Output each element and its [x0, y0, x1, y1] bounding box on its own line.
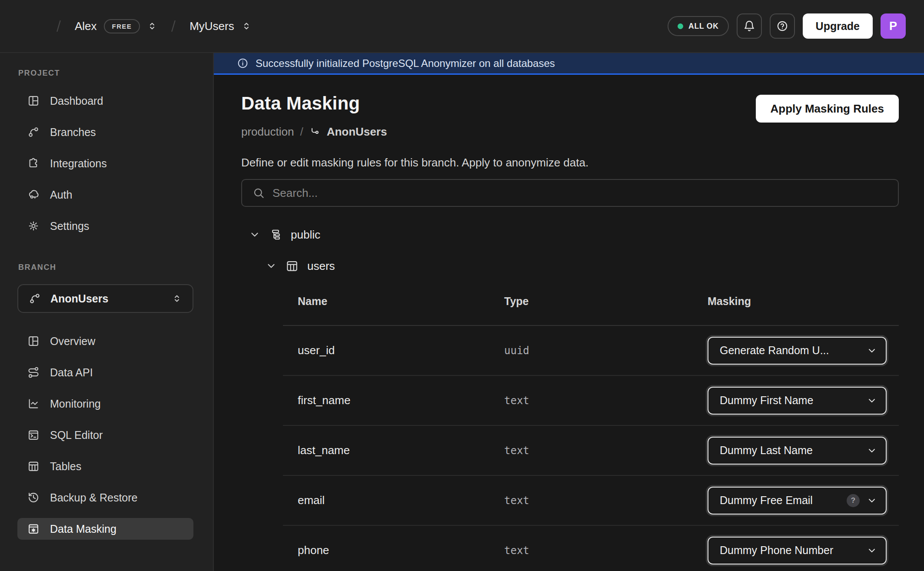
sidebar-item-data-masking[interactable]: Data Masking	[17, 518, 193, 540]
sidebar-item-data-api[interactable]: Data API	[17, 362, 193, 383]
org-switcher[interactable]: Alex FREE	[75, 19, 157, 33]
status-label: ALL OK	[688, 22, 719, 31]
gear-icon	[27, 220, 40, 232]
unfold-chevrons-icon	[172, 293, 182, 304]
sidebar-item-auth[interactable]: Auth	[17, 184, 193, 206]
chevron-down-icon	[249, 229, 260, 240]
branch-icon	[29, 292, 41, 305]
column-name: phone	[298, 544, 504, 557]
top-navigation-bar: Alex FREE MyUsers ALL OK Upgrade P	[0, 0, 924, 53]
upgrade-button[interactable]: Upgrade	[803, 13, 873, 39]
chart-line-icon	[27, 398, 40, 410]
chevron-down-icon	[266, 260, 277, 272]
sidebar-item-monitoring[interactable]: Monitoring	[17, 393, 193, 415]
table-row: user_id uuid Generate Random U...	[283, 326, 899, 376]
plan-badge: FREE	[104, 19, 140, 33]
banner-message: Successfully initialized PostgreSQL Anon…	[256, 57, 555, 70]
table-header-row: Name Type Masking	[283, 277, 899, 326]
system-status-pill[interactable]: ALL OK	[668, 16, 729, 36]
parent-branch-link[interactable]: production	[241, 125, 294, 139]
sidebar: PROJECT Dashboard Branches Integrations …	[0, 53, 214, 571]
table-name: users	[307, 259, 335, 273]
help-button[interactable]	[770, 13, 795, 39]
project-switcher[interactable]: MyUsers	[189, 20, 252, 33]
schema-tree: public users	[241, 223, 899, 277]
dashboard-icon	[27, 95, 40, 107]
topbar-actions: ALL OK Upgrade P	[668, 13, 906, 39]
masking-select[interactable]: Dummy Free Email ?	[708, 487, 887, 515]
table-row: first_name text Dummy First Name	[283, 376, 899, 426]
column-type: uuid	[504, 345, 708, 357]
page-title: Data Masking	[241, 93, 387, 114]
tree-node-schema[interactable]: public	[241, 223, 899, 246]
user-avatar[interactable]: P	[881, 13, 906, 39]
chevron-down-icon	[867, 445, 877, 456]
column-name: email	[298, 494, 504, 507]
info-icon	[237, 57, 249, 69]
schema-icon	[269, 228, 282, 241]
search-icon	[253, 187, 265, 199]
chevron-down-icon	[867, 345, 877, 356]
search-input[interactable]	[273, 186, 887, 200]
schema-name: public	[291, 228, 320, 242]
column-type: text	[504, 544, 708, 557]
current-branch: AnonUsers	[327, 125, 387, 139]
branch-selector[interactable]: AnonUsers	[17, 284, 193, 313]
puzzle-icon	[27, 157, 40, 169]
sidebar-item-sql-editor[interactable]: SQL Editor	[17, 424, 193, 446]
apply-masking-rules-button[interactable]: Apply Masking Rules	[756, 95, 899, 123]
page-description: Define or edit masking rules for this br…	[241, 156, 899, 169]
slash-separator-icon	[166, 13, 181, 39]
sidebar-item-overview[interactable]: Overview	[17, 330, 193, 352]
app-window: Alex FREE MyUsers ALL OK Upgrade P PROJE…	[0, 0, 924, 571]
masking-select[interactable]: Generate Random U...	[708, 337, 887, 365]
chevron-down-icon	[867, 395, 877, 406]
sidebar-item-dashboard[interactable]: Dashboard	[17, 90, 193, 112]
column-name: first_name	[298, 394, 504, 407]
help-circle-icon	[776, 20, 788, 32]
cloud-key-icon	[27, 189, 40, 201]
sidebar-item-backup-restore[interactable]: Backup & Restore	[17, 487, 193, 508]
tree-node-table[interactable]: users	[241, 255, 899, 277]
sidebar-item-settings[interactable]: Settings	[17, 215, 193, 237]
masking-select[interactable]: Dummy First Name	[708, 387, 887, 415]
sidebar-item-integrations[interactable]: Integrations	[17, 153, 193, 174]
sidebar-item-branches[interactable]: Branches	[17, 121, 193, 143]
branch-breadcrumb: production / AnonUsers	[241, 125, 387, 139]
status-dot-icon	[678, 23, 683, 29]
branch-section-label: BRANCH	[18, 263, 193, 272]
route-icon	[27, 366, 40, 378]
table-icon	[27, 460, 40, 472]
terminal-icon	[27, 429, 40, 441]
mask-window-icon	[27, 523, 40, 535]
masking-select[interactable]: Dummy Last Name	[708, 437, 887, 465]
chevron-down-icon	[867, 495, 877, 506]
project-name: MyUsers	[189, 20, 234, 33]
columns-table: Name Type Masking user_id uuid Generate …	[283, 277, 899, 571]
unfold-chevrons-icon	[241, 21, 252, 31]
help-badge[interactable]: ?	[847, 494, 860, 507]
dashboard-icon	[27, 335, 40, 347]
unfold-chevrons-icon	[147, 21, 157, 31]
project-section-label: PROJECT	[18, 69, 193, 78]
chevron-down-icon	[867, 545, 877, 556]
masking-select[interactable]: Dummy Phone Number	[708, 537, 887, 564]
column-type: text	[504, 395, 708, 407]
breadcrumb: Alex FREE MyUsers	[17, 13, 252, 39]
sidebar-item-tables[interactable]: Tables	[17, 455, 193, 477]
notifications-button[interactable]	[737, 13, 762, 39]
column-header-masking: Masking	[708, 295, 899, 308]
history-icon	[27, 491, 40, 504]
slash-separator-icon	[51, 13, 66, 39]
column-header-type: Type	[504, 295, 708, 308]
table-icon	[286, 259, 299, 272]
branch-icon	[27, 126, 40, 138]
success-banner: Successfully initialized PostgreSQL Anon…	[214, 53, 924, 75]
breadcrumb-separator: /	[300, 125, 303, 139]
search-bar	[241, 179, 899, 207]
org-name: Alex	[75, 20, 97, 33]
bell-icon	[743, 20, 755, 32]
column-name: last_name	[298, 444, 504, 457]
column-type: text	[504, 495, 708, 507]
neon-logo-icon[interactable]	[17, 13, 43, 39]
